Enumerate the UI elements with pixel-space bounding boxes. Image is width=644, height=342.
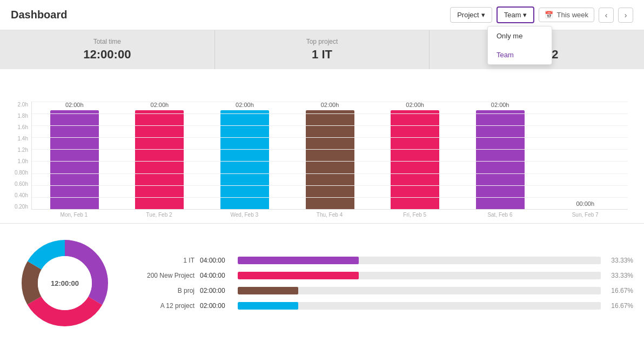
y-label-2.0h: 2.0h bbox=[11, 102, 28, 108]
x-label-wed: Wed, Feb 3 bbox=[202, 210, 287, 218]
bar-top-label-sun: 00:00h bbox=[576, 200, 594, 207]
bar-chart: 2.0h 1.8h 1.6h 1.4h 1.2h 1.0h 0.80h 0.60… bbox=[11, 80, 628, 210]
bar-group-sun: 00:00h bbox=[542, 102, 628, 209]
x-label-thu: Thu, Feb 4 bbox=[287, 210, 372, 218]
dropdown-item-only-me[interactable]: Only me bbox=[488, 26, 552, 45]
bar-top-label-thu: 02:00h bbox=[321, 102, 339, 108]
bar-top-label-sat: 02:00h bbox=[491, 102, 509, 108]
x-label-mon: Mon, Feb 1 bbox=[31, 210, 117, 218]
bar-top-label-tue: 02:00h bbox=[151, 102, 169, 108]
y-label-0.4h: 0.40h bbox=[11, 192, 28, 198]
bar-group-fri: 02:00h bbox=[372, 102, 458, 209]
team-button[interactable]: Team ▾ bbox=[497, 6, 535, 23]
project-name-a12: A 12 project bbox=[130, 302, 194, 310]
chevron-left-icon: ‹ bbox=[605, 11, 608, 19]
date-range-button[interactable]: 📅 This week bbox=[539, 8, 594, 22]
next-week-button[interactable]: › bbox=[618, 8, 633, 23]
donut-chart: 12:00:00 bbox=[16, 234, 113, 332]
bar-mon bbox=[50, 110, 99, 209]
project-bar-fill-1it bbox=[238, 257, 359, 264]
donut-chart-area: 12:00:00 bbox=[11, 234, 119, 332]
bar-group-mon: 02:00h bbox=[32, 102, 117, 209]
toolbar: Project ▾ Team ▾ 📅 This week ‹ › Only me… bbox=[450, 6, 633, 23]
y-label-0.2h: 0.20h bbox=[11, 204, 28, 210]
project-row-a12: A 12 project 02:00:00 16.67% bbox=[130, 302, 633, 310]
bars-container: 02:00h 02:00h 02:00h 02:00h 02:00h 02:00… bbox=[31, 102, 628, 210]
chevron-right-icon: › bbox=[625, 11, 627, 19]
y-label-0.8h: 0.80h bbox=[11, 170, 28, 176]
y-label-1.0h: 1.0h bbox=[11, 158, 28, 164]
donut-center-label: 12:00:00 bbox=[51, 279, 79, 287]
project-chevron-icon: ▾ bbox=[481, 11, 485, 19]
project-button[interactable]: Project ▾ bbox=[450, 7, 492, 23]
project-bar-fill-200 bbox=[238, 272, 359, 279]
project-name-200: 200 New Project bbox=[130, 272, 194, 279]
bar-group-thu: 02:00h bbox=[287, 102, 373, 209]
stat-top-project: Top project 1 IT bbox=[215, 30, 430, 69]
bottom-section: 12:00:00 1 IT 04:00:00 33.33% 200 New Pr… bbox=[0, 224, 644, 342]
header: Dashboard Project ▾ Team ▾ 📅 This week ‹… bbox=[0, 0, 644, 30]
bar-group-wed: 02:00h bbox=[202, 102, 287, 209]
team-chevron-icon: ▾ bbox=[523, 11, 527, 19]
bar-group-tue: 02:00h bbox=[117, 102, 203, 209]
x-label-sat: Sat, Feb 6 bbox=[458, 210, 543, 218]
project-row-bproj: B proj 02:00:00 16.67% bbox=[130, 287, 633, 294]
project-pct-200: 33.33% bbox=[606, 272, 633, 279]
project-bar-bg-200 bbox=[238, 272, 601, 279]
project-time-200: 04:00:00 bbox=[200, 272, 232, 279]
project-bar-bg-bproj bbox=[238, 287, 601, 294]
team-dropdown: Only me Team bbox=[487, 26, 552, 65]
y-label-1.6h: 1.6h bbox=[11, 124, 28, 130]
project-time-a12: 02:00:00 bbox=[200, 302, 232, 310]
y-label-1.4h: 1.4h bbox=[11, 136, 28, 142]
project-pct-a12: 16.67% bbox=[606, 302, 633, 310]
project-pct-1it: 33.33% bbox=[606, 257, 633, 264]
calendar-icon: 📅 bbox=[545, 11, 553, 19]
project-bar-fill-a12 bbox=[238, 302, 298, 310]
bar-sat bbox=[476, 110, 525, 209]
y-axis: 2.0h 1.8h 1.6h 1.4h 1.2h 1.0h 0.80h 0.60… bbox=[11, 102, 31, 210]
x-label-fri: Fri, Feb 5 bbox=[372, 210, 458, 218]
project-list: 1 IT 04:00:00 33.33% 200 New Project 04:… bbox=[130, 234, 633, 332]
project-time-bproj: 02:00:00 bbox=[200, 287, 232, 294]
x-axis: Mon, Feb 1 Tue, Feb 2 Wed, Feb 3 Thu, Fe… bbox=[31, 210, 628, 218]
x-label-tue: Tue, Feb 2 bbox=[117, 210, 202, 218]
project-time-1it: 04:00:00 bbox=[200, 257, 232, 264]
project-bar-bg-a12 bbox=[238, 302, 601, 310]
project-label: Project bbox=[457, 11, 479, 19]
x-label-sun: Sun, Feb 7 bbox=[542, 210, 628, 218]
project-pct-bproj: 16.67% bbox=[606, 287, 633, 294]
stat-total-time-value: 12:00:00 bbox=[11, 48, 204, 62]
y-label-1.2h: 1.2h bbox=[11, 147, 28, 153]
bar-top-label-mon: 02:00h bbox=[65, 102, 84, 108]
stat-top-project-value: 1 IT bbox=[226, 48, 419, 62]
project-bar-bg-1it bbox=[238, 257, 601, 264]
team-label: Team bbox=[504, 11, 521, 19]
y-label-1.8h: 1.8h bbox=[11, 113, 28, 119]
date-label: This week bbox=[556, 11, 588, 19]
page-title: Dashboard bbox=[11, 9, 67, 21]
bar-group-sat: 02:00h bbox=[458, 102, 543, 209]
bar-tue bbox=[135, 110, 184, 209]
project-row-200: 200 New Project 04:00:00 33.33% bbox=[130, 272, 633, 279]
stat-total-time: Total time 12:00:00 bbox=[0, 30, 215, 69]
stat-top-project-label: Top project bbox=[226, 38, 419, 45]
stat-total-time-label: Total time bbox=[11, 38, 204, 45]
y-label-0.6h: 0.60h bbox=[11, 181, 28, 187]
bar-top-label-fri: 02:00h bbox=[406, 102, 424, 108]
bar-wed bbox=[220, 110, 269, 209]
project-name-1it: 1 IT bbox=[130, 257, 194, 264]
bar-top-label-wed: 02:00h bbox=[236, 102, 254, 108]
bar-chart-section: 2.0h 1.8h 1.6h 1.4h 1.2h 1.0h 0.80h 0.60… bbox=[0, 69, 644, 224]
bar-thu bbox=[306, 110, 354, 209]
bar-fri bbox=[391, 110, 439, 209]
project-name-bproj: B proj bbox=[130, 287, 194, 294]
dropdown-item-team[interactable]: Team bbox=[488, 45, 552, 64]
project-bar-fill-bproj bbox=[238, 287, 298, 294]
prev-week-button[interactable]: ‹ bbox=[599, 8, 614, 23]
project-row-1it: 1 IT 04:00:00 33.33% bbox=[130, 257, 633, 264]
